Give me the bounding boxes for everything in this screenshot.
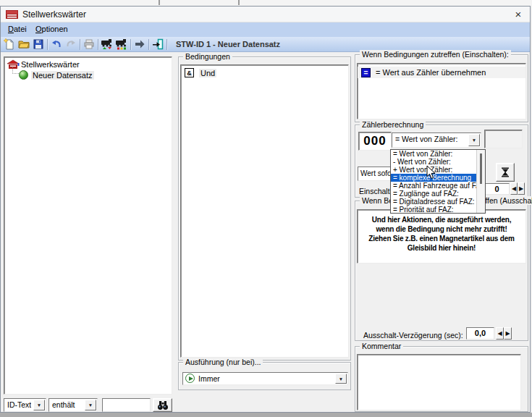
on-delay-spinner[interactable]: ◀ ▶ [510, 182, 525, 195]
background-window-edge [238, 0, 240, 5]
off-delay-value[interactable]: 0,0 [466, 327, 494, 340]
on-actions-list[interactable]: = = Wert aus Zähler übernehmen [357, 63, 526, 119]
train-data-right-button[interactable] [114, 38, 129, 51]
menu-bar: Datei Optionen [1, 22, 530, 37]
toolbar-separator [166, 39, 167, 50]
on-action-item-label[interactable]: = Wert aus Zähler übernehmen [376, 68, 486, 77]
cursor-arrow-icon [426, 166, 436, 180]
toolbar-separator [148, 39, 149, 50]
counter-combobox[interactable]: = Wert von Zähler: ▼ [392, 132, 481, 148]
print-button[interactable] [82, 38, 96, 51]
open-button[interactable] [17, 38, 31, 51]
forward-button[interactable] [132, 38, 147, 51]
counter-combo-popup: = Wert von Zähler:- Wert von Zähler:+ We… [390, 149, 486, 214]
off-delay-spinner[interactable]: ◀ ▶ [496, 327, 512, 340]
new-file-button[interactable] [2, 38, 17, 51]
toolbar-separator [130, 39, 131, 50]
binoculars-icon [157, 400, 169, 410]
app-window: Stellwerkswärter × Datei Optionen [0, 6, 531, 413]
undo-icon [51, 38, 62, 50]
spinner-right-icon[interactable]: ▶ [518, 182, 525, 195]
off-actions-dropzone[interactable]: Und hier Aktionen, die ausgeführt werden… [357, 209, 526, 264]
find-button[interactable] [153, 398, 172, 412]
on-delay-value[interactable]: 0 [484, 183, 510, 195]
timer-button[interactable] [496, 163, 515, 182]
undo-button[interactable] [49, 38, 64, 51]
counter-combo-value: = Wert von Zähler: [395, 135, 457, 143]
comment-group-label: Kommentar [360, 342, 403, 350]
chevron-down-icon[interactable]: ▼ [335, 374, 347, 384]
menu-datei[interactable]: Datei [4, 24, 31, 35]
search-field-combobox[interactable]: ID-Text ▼ [4, 398, 46, 412]
search-field-value: ID-Text [7, 400, 31, 409]
desktop-background-strip [0, 0, 532, 6]
spinner-left-icon[interactable]: ◀ [496, 327, 504, 340]
app-icon [6, 9, 18, 20]
on-action-item[interactable]: = = Wert aus Zähler übernehmen [358, 67, 525, 78]
save-icon [33, 38, 44, 50]
off-actions-hint: Und hier Aktionen, die ausgeführt werden… [358, 210, 525, 253]
on-actions-groupbox: Wenn Bedingungen zutreffen (Einschalten)… [355, 54, 528, 122]
redo-button[interactable] [64, 38, 78, 51]
screen: Stellwerkswärter × Datei Optionen [0, 0, 532, 417]
and-operator-icon: & [185, 68, 194, 77]
exit-button[interactable] [151, 38, 165, 51]
conditions-groupbox: Bedingungen & Und [178, 56, 351, 361]
train-arrows-icon [101, 38, 114, 50]
chevron-down-icon[interactable]: ▼ [33, 400, 45, 410]
desktop-background-strip-bottom [0, 413, 532, 417]
train-data-left-button[interactable] [100, 38, 114, 51]
toolbar-separator [98, 39, 98, 50]
condition-item-label[interactable]: Und [199, 69, 216, 77]
conditions-group-label: Bedingungen [183, 52, 232, 61]
dropdown-item[interactable]: = Zuglänge auf FAZ: [391, 190, 476, 198]
search-operator-combobox[interactable]: enthält ▼ [48, 398, 98, 412]
close-button[interactable]: × [507, 7, 530, 22]
counter-calc-group-label: Zählerberechnung [360, 120, 426, 129]
on-actions-group-label: Wenn Bedingungen zutreffen (Einschalten)… [360, 50, 511, 59]
save-button[interactable] [31, 38, 46, 51]
spinner-left-icon[interactable]: ◀ [510, 182, 518, 195]
execution-combobox[interactable]: Immer ▼ [182, 372, 348, 385]
popup-scrollbar-thumb[interactable] [480, 153, 482, 184]
window-title: Stellwerkswärter [22, 9, 86, 20]
off-delay-label: Ausschalt-Verzögerung (sec): [363, 331, 463, 340]
tree-item-label[interactable]: Neuer Datensatz [31, 71, 94, 80]
title-bar: Stellwerkswärter × [1, 7, 530, 22]
dropdown-item[interactable]: = Priorität auf FAZ: [391, 206, 476, 213]
counter-combo-popup-list: = Wert von Zähler:- Wert von Zähler:+ We… [391, 150, 476, 213]
open-folder-icon [18, 38, 30, 50]
conditions-list[interactable]: & Und [180, 64, 349, 358]
tree-connector [12, 67, 19, 74]
toolbar-status-label: STW-ID 1 - Neuer Datensatz [176, 40, 280, 49]
dropdown-item[interactable]: = Anzahl Fahrzeuge auf FAZ: [391, 182, 476, 190]
dropdown-item[interactable]: - Wert von Zähler: [391, 158, 476, 166]
execution-value: Immer [198, 374, 220, 383]
tree-panel[interactable]: Stellwerkswärter Neuer Datensatz [4, 56, 172, 395]
condition-item-und[interactable]: & Und [185, 68, 216, 77]
toolbar-separator [80, 39, 80, 50]
comment-textarea[interactable] [357, 354, 521, 410]
mouse-cursor [426, 166, 436, 180]
counter-display: 000 [358, 132, 392, 151]
play-icon [185, 374, 195, 383]
equals-action-icon: = [361, 68, 371, 77]
counter-aux-box [484, 130, 523, 148]
dropdown-item[interactable]: = Digitaladresse auf FAZ: [391, 198, 476, 206]
hourglass-icon [499, 167, 511, 178]
chevron-down-icon[interactable]: ▼ [468, 134, 480, 146]
menu-optionen[interactable]: Optionen [31, 24, 72, 35]
popup-scrollbar[interactable] [476, 150, 485, 213]
search-operator-value: enthält [52, 400, 75, 409]
search-input[interactable] [102, 398, 151, 412]
new-file-icon [4, 38, 15, 50]
tree-root-label[interactable]: Stellwerkswärter [20, 60, 81, 69]
green-ball-icon [19, 70, 28, 80]
spinner-right-icon[interactable]: ▶ [504, 327, 512, 340]
execution-group-label: Ausführung (nur bei)... [183, 358, 263, 366]
tree-item-neuer-datensatz[interactable]: Neuer Datensatz [19, 70, 94, 80]
dropdown-item[interactable]: = Wert von Zähler: [391, 150, 476, 158]
chevron-down-icon[interactable]: ▼ [85, 400, 96, 410]
background-window-edge [159, 0, 160, 5]
toolbar-separator [47, 39, 48, 50]
